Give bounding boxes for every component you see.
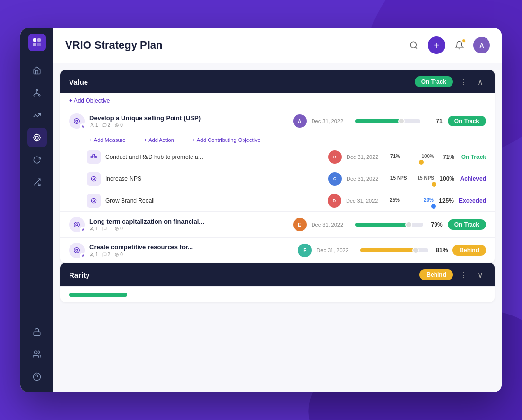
sidebar-item-lock[interactable]	[27, 322, 47, 342]
svg-line-8	[35, 93, 37, 95]
measure-values-brand: 25% 20%	[390, 197, 434, 204]
svg-rect-2	[33, 43, 36, 46]
add-action-link[interactable]: + Add Action	[144, 137, 174, 143]
svg-point-42	[116, 228, 118, 229]
actions-row-usp: + Add Measure + Add Action + Add Contrib…	[60, 134, 495, 146]
svg-point-45	[91, 253, 92, 254]
svg-point-6	[39, 95, 40, 96]
meta-comments: 2	[102, 122, 111, 128]
progress-bar-usp	[355, 119, 420, 123]
progress-bar-longterm	[355, 223, 423, 227]
svg-point-37	[93, 200, 95, 202]
svg-point-25	[76, 120, 78, 122]
sidebar-item-refresh[interactable]	[27, 150, 47, 170]
measure-avatar-rnd: B	[328, 150, 342, 164]
objective-title-competitive: Create competitive resources for... 1 2	[89, 244, 293, 257]
sidebar-item-help[interactable]	[27, 367, 47, 386]
progress-pct-usp: 71	[424, 118, 443, 124]
main-content: VRIO Strategy Plan + A	[53, 28, 502, 392]
action-sep-1	[127, 140, 142, 140]
sidebar-item-trends[interactable]	[27, 105, 47, 125]
measure-title-brand: Grow Brand Recall	[105, 197, 323, 204]
add-measure-link[interactable]: + Add Measure	[89, 137, 125, 143]
svg-rect-1	[37, 38, 41, 42]
chevron-down-icon: ∨	[80, 227, 86, 233]
value-collapse-icon[interactable]: ∧	[474, 76, 486, 88]
objective-icon-longterm: ∨	[69, 217, 85, 232]
svg-point-47	[116, 254, 118, 255]
meta-targets-comp: 0	[114, 252, 123, 257]
measure-title-nps: Increase NPS	[105, 175, 323, 182]
progress-bar-competitive	[360, 248, 428, 252]
measure-pct-nps: 100%	[439, 175, 454, 182]
value-section-title: Value	[69, 78, 410, 86]
svg-point-40	[91, 227, 92, 228]
measure-val-row-rnd: 71% 100%	[390, 154, 434, 159]
meta-users-comp: 1	[89, 252, 98, 257]
sidebar	[20, 28, 53, 392]
value-more-icon[interactable]: ⋮	[458, 76, 470, 88]
rarity-collapse-icon[interactable]: ∨	[474, 269, 486, 280]
rarity-preview	[60, 286, 495, 302]
objective-title-text-longterm: Long term capitalization on financial...	[89, 218, 288, 225]
add-contributing-link[interactable]: + Add Contributing Objective	[192, 137, 261, 143]
measure-avatar-nps: C	[328, 172, 342, 186]
svg-point-46	[115, 253, 119, 256]
sidebar-item-flow[interactable]	[27, 173, 47, 192]
svg-point-38	[74, 222, 80, 228]
svg-point-10	[34, 134, 40, 141]
measure-pct-brand: 125%	[438, 197, 454, 204]
search-button[interactable]	[405, 37, 422, 53]
svg-rect-29	[93, 154, 95, 156]
rarity-section-title: Rarity	[69, 271, 415, 279]
value-section: Value On Track ⋮ ∧ + Add Objective ∧	[60, 70, 495, 263]
measure-status-rnd: On Track	[459, 154, 486, 160]
sidebar-item-users[interactable]	[27, 345, 47, 364]
svg-point-5	[34, 95, 35, 96]
measure-icon-rnd	[87, 150, 101, 164]
measure-date-brand: Dec 31, 2022	[346, 198, 385, 204]
rarity-section: Rarity Behind ⋮ ∨	[60, 263, 495, 302]
objective-avatar-longterm: E	[293, 218, 307, 231]
objective-date-competitive: Dec 31, 2022	[316, 247, 355, 253]
rarity-more-icon[interactable]: ⋮	[458, 269, 470, 280]
rarity-section-header: Rarity Behind ⋮ ∨	[60, 263, 495, 286]
content-area: Value On Track ⋮ ∧ + Add Objective ∧	[53, 63, 502, 392]
meta-users: 1	[89, 122, 98, 128]
measure-avatar-brand: D	[328, 194, 341, 208]
objective-progress-longterm: 79%	[355, 221, 443, 228]
meta-comments-lt: 1	[102, 226, 111, 231]
measure-status-nps: Achieved	[459, 175, 486, 182]
add-button[interactable]: +	[428, 36, 445, 54]
progress-fill-usp	[355, 119, 401, 123]
progress-dot-usp	[398, 118, 405, 124]
svg-point-11	[35, 136, 38, 139]
measure-brand: Grow Brand Recall D Dec 31, 2022 25% 20%	[60, 190, 495, 211]
objective-title-text-usp: Develop a Unique selling Point (USP)	[89, 114, 288, 122]
measure-date-nps: Dec 31, 2022	[347, 176, 385, 182]
chevron-icon: ∧	[80, 123, 86, 129]
sidebar-item-objectives[interactable]	[27, 128, 47, 147]
objective-date-usp: Dec 31, 2022	[312, 118, 350, 124]
progress-dot-longterm	[405, 221, 412, 228]
user-avatar[interactable]: A	[473, 37, 490, 53]
objective-avatar-usp: A	[293, 114, 307, 128]
sidebar-item-org[interactable]	[27, 83, 47, 103]
svg-rect-0	[33, 38, 36, 42]
objective-progress-competitive: 81%	[360, 247, 448, 254]
app-logo[interactable]	[28, 34, 46, 51]
svg-rect-3	[37, 43, 41, 46]
measure-val-row-brand: 25% 20%	[390, 197, 434, 203]
page-title: VRIO Strategy Plan	[65, 39, 405, 52]
sidebar-item-home[interactable]	[27, 61, 47, 80]
chevron-down-icon2: ∨	[80, 253, 86, 259]
value-status-badge: On Track	[415, 76, 453, 87]
svg-point-28	[116, 124, 118, 126]
value-section-header: Value On Track ⋮ ∧	[60, 70, 495, 93]
svg-point-24	[74, 119, 80, 124]
notification-button[interactable]	[451, 37, 468, 53]
objective-title-text-competitive: Create competitive resources for...	[89, 244, 293, 251]
add-objective-button[interactable]: + Add Objective	[60, 93, 495, 108]
measure-status-brand: Exceeded	[459, 197, 486, 204]
measure-values-nps: 15 NPS 15 NPS	[390, 175, 434, 182]
